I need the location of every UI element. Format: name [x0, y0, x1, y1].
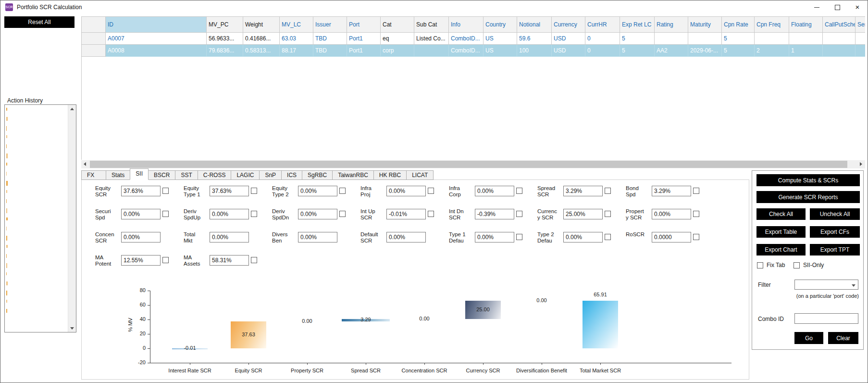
- cell-currhr[interactable]: 0: [585, 45, 620, 57]
- field-checkbox-type-2-defau[interactable]: [605, 234, 611, 240]
- cell-floating[interactable]: [789, 33, 823, 45]
- export-chart-button[interactable]: Export Chart: [756, 244, 806, 255]
- field-input-equity-type-1[interactable]: [210, 186, 249, 196]
- cell-country[interactable]: US: [484, 45, 517, 57]
- field-input-spread-scr[interactable]: [563, 186, 603, 196]
- field-checkbox-type-1-defau[interactable]: [516, 234, 522, 240]
- cell-sub-cat[interactable]: Listed Co...: [414, 33, 449, 45]
- row-selector[interactable]: [82, 33, 106, 45]
- column-header-cpn-rate[interactable]: Cpn Rate: [722, 16, 755, 33]
- cell-callputsche[interactable]: [823, 45, 856, 57]
- cell-sub-cat[interactable]: [414, 45, 449, 57]
- column-header-maturity[interactable]: Maturity: [688, 16, 722, 33]
- cell-exp-ret-lc[interactable]: 5: [620, 45, 655, 57]
- cell-port[interactable]: Port1: [347, 33, 381, 45]
- field-input-divers-ben[interactable]: [298, 232, 337, 243]
- close-button[interactable]: ×: [847, 0, 868, 14]
- field-checkbox-securi-spd[interactable]: [162, 211, 169, 217]
- export-cfs-button[interactable]: Export CFs: [810, 226, 860, 238]
- column-header-info[interactable]: Info: [449, 16, 484, 33]
- cell-cpn-freq[interactable]: 2: [755, 45, 789, 57]
- table-row[interactable]: A000879.6836...0.58313...88.17TBDPort1co…: [82, 45, 865, 57]
- cell-floating[interactable]: 1: [789, 45, 823, 57]
- column-header-currency[interactable]: Currency: [552, 16, 585, 33]
- field-checkbox-propert-y-scr[interactable]: [693, 211, 699, 217]
- field-checkbox-infra-proj[interactable]: [428, 188, 434, 194]
- action-history-list[interactable]: [4, 104, 76, 332]
- cell-callputsche[interactable]: [823, 33, 856, 45]
- cell-weight[interactable]: 0.41686...: [243, 33, 280, 45]
- field-input-total-mkt[interactable]: [210, 232, 249, 243]
- sii-only-checkbox[interactable]: [794, 262, 800, 268]
- tab-lagic[interactable]: LAGIC: [231, 170, 260, 180]
- table-hscrollbar[interactable]: [81, 160, 865, 168]
- column-header-port[interactable]: Port: [347, 16, 381, 33]
- field-input-equity-scr[interactable]: [121, 186, 161, 196]
- column-header-exp-ret-lc[interactable]: Exp Ret LC: [620, 16, 655, 33]
- field-checkbox-infra-corp[interactable]: [516, 188, 522, 194]
- field-input-concen-scr[interactable]: [121, 232, 161, 243]
- cell-currency[interactable]: USD: [552, 45, 585, 57]
- column-header-floating[interactable]: Floating: [789, 16, 823, 33]
- tab-c-ross[interactable]: C-ROSS: [198, 170, 232, 180]
- column-header-ser[interactable]: Ser: [856, 16, 865, 33]
- cell-cpn-rate[interactable]: 5: [722, 45, 755, 57]
- field-checkbox-ma-assets[interactable]: [251, 257, 257, 263]
- export-table-button[interactable]: Export Table: [756, 226, 806, 238]
- field-checkbox-equity-type-1[interactable]: [251, 188, 257, 194]
- scroll-right-arrow-icon[interactable]: [857, 160, 865, 168]
- column-header-currhr[interactable]: CurrHR: [585, 16, 620, 33]
- field-input-type-1-defau[interactable]: [475, 232, 514, 243]
- cell-rating[interactable]: [655, 33, 688, 45]
- uncheck-all-button[interactable]: Uncheck All: [810, 208, 860, 220]
- combo-id-input[interactable]: [794, 313, 858, 324]
- scroll-down-arrow-icon[interactable]: [68, 324, 76, 332]
- cell-country[interactable]: US: [484, 33, 517, 45]
- column-header-sub-cat[interactable]: Sub Cat: [414, 16, 449, 33]
- field-input-securi-spd[interactable]: [121, 209, 161, 219]
- column-header-cat[interactable]: Cat: [381, 16, 414, 33]
- field-input-currenc-y-scr[interactable]: [563, 209, 603, 219]
- hscroll-thumb[interactable]: [90, 161, 847, 168]
- cell-mv-lc[interactable]: 63.03: [280, 33, 313, 45]
- column-header-mv-lc[interactable]: MV_LC: [280, 16, 313, 33]
- cell-mv-lc[interactable]: 88.17: [280, 45, 313, 57]
- tab-hk-rbc[interactable]: HK RBC: [373, 170, 407, 180]
- cell-issuer[interactable]: TBD: [313, 33, 347, 45]
- field-checkbox-ma-potent[interactable]: [162, 257, 169, 263]
- cell-notional[interactable]: 100: [517, 45, 552, 57]
- minimize-button[interactable]: [807, 0, 827, 14]
- cell-cat[interactable]: eq: [381, 33, 414, 45]
- tab-fx[interactable]: FX: [81, 170, 106, 180]
- field-checkbox-bond-spd[interactable]: [693, 188, 699, 194]
- cell-ser[interactable]: [856, 33, 865, 45]
- compute-stats-button[interactable]: Compute Stats & SCRs: [756, 174, 860, 186]
- action-history-scrollbar[interactable]: [68, 105, 76, 332]
- cell-info[interactable]: ComboID...: [449, 33, 484, 45]
- column-header-country[interactable]: Country: [484, 16, 517, 33]
- field-input-infra-proj[interactable]: [386, 186, 426, 196]
- tab-sst[interactable]: SST: [175, 170, 198, 180]
- field-checkbox-equity-type-2[interactable]: [339, 188, 346, 194]
- cell-maturity[interactable]: 2029-06-...: [688, 45, 722, 57]
- cell-id[interactable]: A0007: [106, 33, 207, 45]
- field-input-type-2-defau[interactable]: [563, 232, 603, 243]
- cell-weight[interactable]: 0.58313...: [243, 45, 280, 57]
- reset-all-button[interactable]: Reset All: [4, 16, 74, 28]
- scroll-left-arrow-icon[interactable]: [81, 160, 89, 168]
- cell-currency[interactable]: USD: [552, 33, 585, 45]
- scroll-up-arrow-icon[interactable]: [68, 105, 76, 113]
- field-input-int-dn-scr[interactable]: [475, 209, 514, 219]
- cell-rating[interactable]: AA2: [655, 45, 688, 57]
- tab-taiwanrbc[interactable]: TaiwanRBC: [332, 170, 374, 180]
- cell-port[interactable]: Port1: [347, 45, 381, 57]
- cell-info[interactable]: ComboID...: [449, 45, 484, 57]
- cell-exp-ret-lc[interactable]: 5: [620, 33, 655, 45]
- field-checkbox-int-dn-scr[interactable]: [516, 211, 522, 217]
- field-checkbox-currenc-y-scr[interactable]: [605, 211, 611, 217]
- cell-cat[interactable]: corp: [381, 45, 414, 57]
- tab-licat[interactable]: LICAT: [406, 170, 434, 180]
- field-input-bond-spd[interactable]: [652, 186, 691, 196]
- cell-maturity[interactable]: [688, 33, 722, 45]
- cell-notional[interactable]: 59.6: [517, 33, 552, 45]
